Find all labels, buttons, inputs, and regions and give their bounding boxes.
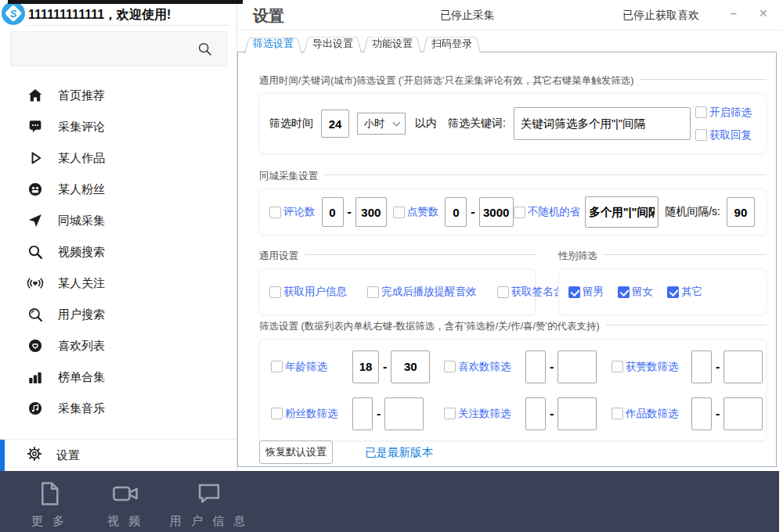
time-unit-select[interactable]: 小时 [357, 113, 406, 135]
bottom-item-label: 用 户 信 息 [166, 514, 252, 529]
praise-filter-max-input[interactable] [723, 350, 763, 383]
sidebar-item-label: 首页推荐 [58, 88, 105, 103]
sidebar: S 111111111111，欢迎使用! 首页推荐 采集评论 [0, 0, 237, 471]
tab-function-settings[interactable]: 功能设置 [363, 34, 421, 52]
close-icon[interactable]: ✕ [759, 7, 768, 20]
time-unit-value: 小时 [364, 117, 384, 131]
sidebar-item-label: 用户搜索 [58, 307, 105, 322]
sidebar-item-collect-comments[interactable]: 采集评论 [0, 111, 236, 142]
restore-defaults-button[interactable]: 恢复默认设置 [259, 440, 333, 464]
fans-filter-max-input[interactable] [384, 397, 424, 430]
keep-other-checkbox[interactable]: 其它 [667, 285, 702, 299]
tab-qr-login[interactable]: 扫码登录 [423, 34, 481, 52]
group-data-filter-settings: 筛选设置 (数据列表内单机右键-数据筛选，含有'筛选粉/关/作/喜/赞'的代表支… [259, 318, 767, 441]
random-interval-label: 随机间隔/s: [665, 205, 720, 219]
sidebar-item-label: 同城采集 [58, 214, 105, 228]
filter-keyword-label: 筛选关键词: [448, 117, 506, 131]
play-sound-checkbox[interactable]: 完成后播放提醒音效 [367, 285, 477, 299]
bottom-item-more[interactable]: 更 多 [22, 479, 77, 529]
comment-min-input[interactable] [322, 197, 344, 227]
fans-count-filter-checkbox[interactable]: 粉丝数筛选 [271, 407, 352, 421]
province-list-input[interactable] [585, 196, 659, 228]
works-count-filter-checkbox[interactable]: 作品数筛选 [612, 407, 691, 421]
sidebar-item-label: 某人关注 [58, 276, 105, 291]
checkbox-box [695, 129, 707, 141]
comment-max-input[interactable] [355, 197, 387, 227]
tab-export-settings[interactable]: 导出设置 [304, 34, 362, 52]
sidebar-menu: 首页推荐 采集评论 某人作品 [0, 80, 236, 424]
group-general-time-keyword-filter: 通用时间/关键词(城市)筛选设置 ('开启筛选'只在采集评论有效，其它右键菜单触… [259, 73, 767, 154]
keep-male-checkbox[interactable]: 留男 [568, 285, 604, 299]
age-max-input[interactable] [391, 350, 430, 383]
location-arrow-icon [26, 211, 45, 230]
fans-icon [26, 180, 45, 199]
group-card: 留男 留女 其它 [558, 268, 767, 315]
sidebar-item-settings[interactable]: 设置 [0, 439, 236, 471]
sidebar-item-ranking[interactable]: 榜单合集 [0, 361, 236, 393]
filter-time-label: 筛选时间 [269, 117, 313, 131]
comment-icon [26, 117, 45, 136]
filter-time-input[interactable] [321, 110, 349, 138]
enable-filter-checkbox[interactable]: 开启筛选 [695, 106, 752, 120]
sidebar-item-like-list[interactable]: 喜欢列表 [0, 330, 236, 361]
random-interval-input[interactable] [727, 197, 755, 227]
version-status-link[interactable]: 已是最新版本 [365, 445, 433, 460]
main-panel: 设置 已停止采集 已停止获取喜欢 – ✕ 筛选设置 导出设置 功能设置 扫码登录… [237, 0, 783, 471]
logo-letter: S [2, 2, 25, 25]
follow-count-filter-checkbox[interactable]: 关注数筛选 [444, 407, 525, 421]
tab-filter-settings[interactable]: 筛选设置 [244, 34, 302, 52]
sidebar-item-collect-music[interactable]: 采集音乐 [0, 393, 236, 424]
bottom-item-label: 视 频 [97, 514, 153, 529]
bottom-item-video[interactable]: 视 频 [97, 479, 153, 529]
works-filter-max-input[interactable] [723, 397, 763, 430]
group-legend: 通用设置 [259, 250, 305, 263]
group-gender-filter: 性别筛选 留男 留女 其它 [558, 248, 767, 315]
age-min-input[interactable] [352, 350, 379, 383]
video-camera-icon [110, 479, 140, 509]
sidebar-item-label: 采集音乐 [58, 401, 105, 416]
settings-tabbar: 筛选设置 导出设置 功能设置 扫码登录 [244, 34, 482, 52]
filter-row-1: 年龄筛选 - 喜欢数筛选 - [271, 343, 766, 390]
like-count-checkbox[interactable]: 点赞数 [393, 205, 439, 219]
within-label: 以内 [415, 117, 437, 131]
group-card: 筛选时间 小时 以内 筛选关键词: 开启筛选 获取回复 [259, 93, 767, 154]
praise-count-filter-checkbox[interactable]: 获赞数筛选 [612, 360, 691, 374]
checkbox-box [695, 106, 707, 118]
like-min-input[interactable] [445, 197, 467, 227]
heart-circle-icon [26, 336, 45, 355]
play-icon [26, 149, 45, 167]
window-top-strip [8, 0, 243, 4]
like-filter-min-input[interactable] [525, 350, 546, 383]
sidebar-item-home-feed[interactable]: 首页推荐 [0, 80, 236, 111]
filter-settings-panel: 通用时间/关键词(城市)筛选设置 ('开启筛选'只在采集评论有效，其它右键菜单触… [237, 52, 777, 467]
app-logo: S [2, 2, 25, 25]
comment-count-checkbox[interactable]: 评论数 [269, 205, 316, 219]
welcome-divider [26, 25, 231, 26]
age-filter-checkbox[interactable]: 年龄筛选 [271, 360, 352, 374]
home-icon [26, 86, 45, 105]
sidebar-item-user-fans[interactable]: 某人粉丝 [0, 174, 236, 205]
like-filter-max-input[interactable] [557, 350, 597, 383]
fixed-province-checkbox[interactable]: 不随机的省 [514, 205, 581, 219]
works-filter-min-input[interactable] [691, 397, 712, 430]
get-user-info-checkbox[interactable]: 获取用户信息 [269, 285, 347, 299]
sidebar-item-city-collect[interactable]: 同城采集 [0, 205, 236, 236]
follow-filter-max-input[interactable] [557, 397, 597, 430]
search-input[interactable] [10, 31, 227, 66]
get-reply-checkbox[interactable]: 获取回复 [695, 128, 752, 142]
bottom-item-user-info[interactable]: 用 户 信 息 [166, 479, 252, 529]
keep-female-checkbox[interactable]: 留女 [618, 285, 653, 299]
filter-keyword-input[interactable] [514, 107, 691, 140]
filter-row-2: 粉丝数筛选 - 关注数筛选 - [271, 390, 766, 437]
like-count-filter-checkbox[interactable]: 喜欢数筛选 [444, 360, 525, 374]
praise-filter-min-input[interactable] [691, 350, 712, 383]
minimize-icon[interactable]: – [731, 7, 737, 20]
sidebar-item-label: 某人粉丝 [58, 182, 105, 197]
fans-filter-min-input[interactable] [352, 397, 373, 430]
sidebar-item-user-follows[interactable]: 某人关注 [0, 268, 236, 299]
like-max-input[interactable] [479, 197, 514, 227]
sidebar-item-video-search[interactable]: 视频搜索 [0, 236, 236, 268]
follow-filter-min-input[interactable] [525, 397, 546, 430]
sidebar-item-user-search[interactable]: 用户搜索 [0, 299, 236, 330]
sidebar-item-user-works[interactable]: 某人作品 [0, 142, 236, 174]
